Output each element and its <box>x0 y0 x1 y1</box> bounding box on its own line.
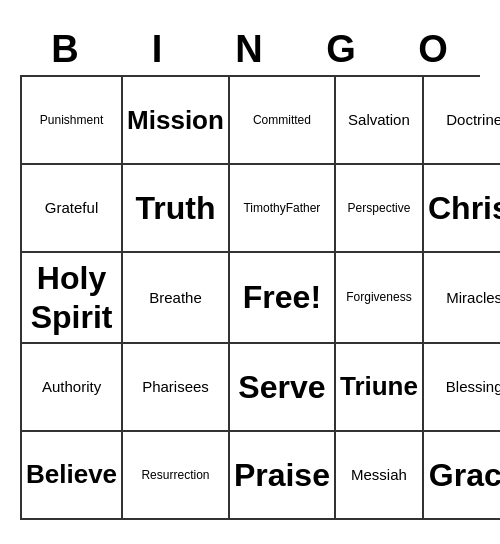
bingo-cell: Serve <box>230 344 336 432</box>
cell-label: Praise <box>234 456 330 494</box>
cell-label: Serve <box>238 368 325 406</box>
bingo-cell: Christ <box>424 165 500 253</box>
cell-label: Committed <box>253 113 311 127</box>
bingo-cell: Holy Spirit <box>22 253 123 344</box>
bingo-cell: Praise <box>230 432 336 520</box>
cell-label: Punishment <box>40 113 103 127</box>
header-letter: I <box>112 24 204 75</box>
bingo-cell: Truth <box>123 165 230 253</box>
cell-label: Authority <box>42 378 101 396</box>
cell-label: Salvation <box>348 111 410 129</box>
cell-label: Triune <box>340 371 418 402</box>
cell-label: Believe <box>26 459 117 490</box>
bingo-cell: Perspective <box>336 165 424 253</box>
header-letter: B <box>20 24 112 75</box>
cell-label: Grace <box>429 456 500 494</box>
cell-label: Miracles <box>446 289 500 307</box>
bingo-cell: Messiah <box>336 432 424 520</box>
header-letter: N <box>204 24 296 75</box>
bingo-cell: Doctrine <box>424 77 500 165</box>
bingo-cell: Punishment <box>22 77 123 165</box>
cell-label: Messiah <box>351 466 407 484</box>
cell-label: Christ <box>428 189 500 227</box>
bingo-cell: Forgiveness <box>336 253 424 344</box>
cell-label: Blessing <box>446 378 500 396</box>
bingo-card: BINGO PunishmentMissionCommittedSalvatio… <box>20 24 480 520</box>
cell-label: Doctrine <box>446 111 500 129</box>
cell-label: Resurrection <box>141 468 209 482</box>
cell-label: Perspective <box>348 201 411 215</box>
bingo-cell: Grace <box>424 432 500 520</box>
cell-label: Breathe <box>149 289 202 307</box>
bingo-cell: Grateful <box>22 165 123 253</box>
bingo-cell: Triune <box>336 344 424 432</box>
bingo-cell: Blessing <box>424 344 500 432</box>
bingo-cell: Resurrection <box>123 432 230 520</box>
bingo-cell: Free! <box>230 253 336 344</box>
bingo-cell: Believe <box>22 432 123 520</box>
bingo-cell: TimothyFather <box>230 165 336 253</box>
bingo-cell: Salvation <box>336 77 424 165</box>
header-letter: G <box>296 24 388 75</box>
cell-label: Mission <box>127 105 224 136</box>
cell-label: Truth <box>135 189 215 227</box>
bingo-cell: Committed <box>230 77 336 165</box>
bingo-cell: Mission <box>123 77 230 165</box>
bingo-cell: Authority <box>22 344 123 432</box>
cell-label: Grateful <box>45 199 98 217</box>
bingo-cell: Pharisees <box>123 344 230 432</box>
cell-label: Holy Spirit <box>26 259 117 336</box>
cell-label: TimothyFather <box>243 201 320 215</box>
bingo-cell: Breathe <box>123 253 230 344</box>
cell-label: Forgiveness <box>346 290 411 304</box>
cell-label: Free! <box>243 278 321 316</box>
cell-label: Pharisees <box>142 378 209 396</box>
bingo-header: BINGO <box>20 24 480 75</box>
bingo-grid: PunishmentMissionCommittedSalvationDoctr… <box>20 75 480 520</box>
bingo-cell: Miracles <box>424 253 500 344</box>
header-letter: O <box>388 24 480 75</box>
